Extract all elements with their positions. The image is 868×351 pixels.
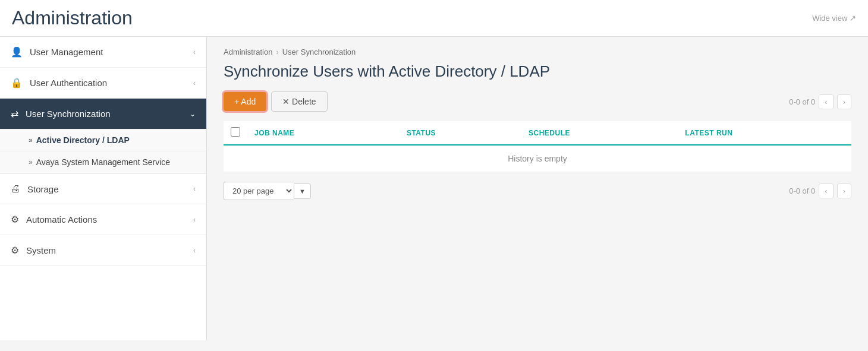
sidebar-item-user-management[interactable]: 👤 User Management ‹ [0,37,206,68]
per-page-select-wrap: 10 per page 20 per page 50 per page 100 … [224,182,311,200]
col-job-name: Job Name [247,121,400,145]
data-table: Job Name Status Schedule Latest Run Hist… [224,121,851,172]
sidebar-item-system[interactable]: ⚙ System ‹ [0,235,206,266]
chevron-user-management: ‹ [193,48,196,56]
sidebar-item-automatic-actions[interactable]: ⚙ Automatic Actions ‹ [0,204,206,235]
sub-arrow-ad: » [29,136,33,144]
chevron-storage: ‹ [193,185,196,193]
sidebar-label-user-management: User Management [30,47,103,57]
breadcrumb-separator: › [276,48,278,56]
breadcrumb-administration[interactable]: Administration [224,48,272,56]
sidebar-sub-item-active-directory[interactable]: » Active Directory / LDAP [0,129,206,151]
pagination-bottom-range: 0-0 of 0 [789,186,815,195]
storage-icon: 🖨 [11,184,20,194]
delete-button[interactable]: ✕ Delete [271,91,327,112]
sidebar-sub-label-avaya: Avaya System Management Service [36,157,170,167]
next-button-top[interactable]: › [837,94,851,109]
breadcrumb: Administration › User Synchronization [224,48,851,56]
next-button-bottom[interactable]: › [837,184,851,198]
prev-button-bottom[interactable]: ‹ [819,184,833,198]
chevron-user-authentication: ‹ [193,79,196,87]
content-title: Synchronize Users with Active Directory … [224,62,851,81]
page-title: Administration [12,7,133,29]
sidebar: 👤 User Management ‹ 🔒 User Authenticatio… [0,37,207,340]
chevron-user-synchronization: ⌄ [190,110,196,118]
table-body: History is empty [224,145,851,172]
bottom-pagination: 0-0 of 0 ‹ › [789,184,851,198]
main-content: Administration › User Synchronization Sy… [207,37,868,340]
chevron-automatic-actions: ‹ [193,216,196,224]
pagination-top-range: 0-0 of 0 [789,97,815,106]
col-schedule: Schedule [521,121,678,145]
per-page-dropdown-btn[interactable]: ▼ [294,184,311,199]
user-authentication-icon: 🔒 [11,77,23,88]
per-page-select[interactable]: 10 per page 20 per page 50 per page 100 … [224,182,294,200]
sidebar-sub-item-avaya[interactable]: » Avaya System Management Service [0,151,206,173]
user-synchronization-icon: ⇄ [11,108,18,119]
sidebar-label-user-synchronization: User Synchronization [26,109,111,119]
col-check [224,121,247,145]
top-bar: Administration Wide view ↗ [0,0,868,37]
toolbar: + Add ✕ Delete 0-0 of 0 ‹ › [224,91,851,112]
table-empty-row: History is empty [224,145,851,172]
select-all-checkbox[interactable] [231,127,240,137]
main-layout: 👤 User Management ‹ 🔒 User Authenticatio… [0,37,868,340]
automatic-actions-icon: ⚙ [11,214,19,225]
sidebar-label-user-authentication: User Authentication [30,78,107,88]
sub-arrow-avaya: » [29,158,33,166]
sidebar-item-user-synchronization[interactable]: ⇄ User Synchronization ⌄ [0,99,206,129]
empty-message: History is empty [224,145,851,172]
col-latest-run: Latest Run [678,121,851,145]
table-header: Job Name Status Schedule Latest Run [224,121,851,145]
col-status: Status [400,121,521,145]
sidebar-label-system: System [26,245,56,255]
sidebar-sub-items: » Active Directory / LDAP » Avaya System… [0,129,206,174]
system-icon: ⚙ [11,245,19,256]
sidebar-item-user-authentication[interactable]: 🔒 User Authentication ‹ [0,68,206,99]
pagination-top: 0-0 of 0 ‹ › [789,94,851,109]
add-button[interactable]: + Add [224,92,266,111]
wide-view-link[interactable]: Wide view ↗ [812,14,856,23]
sidebar-label-storage: Storage [27,184,59,194]
prev-button-top[interactable]: ‹ [819,94,833,109]
breadcrumb-user-synchronization: User Synchronization [282,48,356,56]
bottom-bar: 10 per page 20 per page 50 per page 100 … [224,182,851,200]
sidebar-sub-label-active-directory: Active Directory / LDAP [36,135,130,145]
user-management-icon: 👤 [11,46,23,58]
sidebar-item-storage[interactable]: 🖨 Storage ‹ [0,174,206,204]
sidebar-label-automatic-actions: Automatic Actions [26,214,97,224]
chevron-system: ‹ [193,246,196,255]
